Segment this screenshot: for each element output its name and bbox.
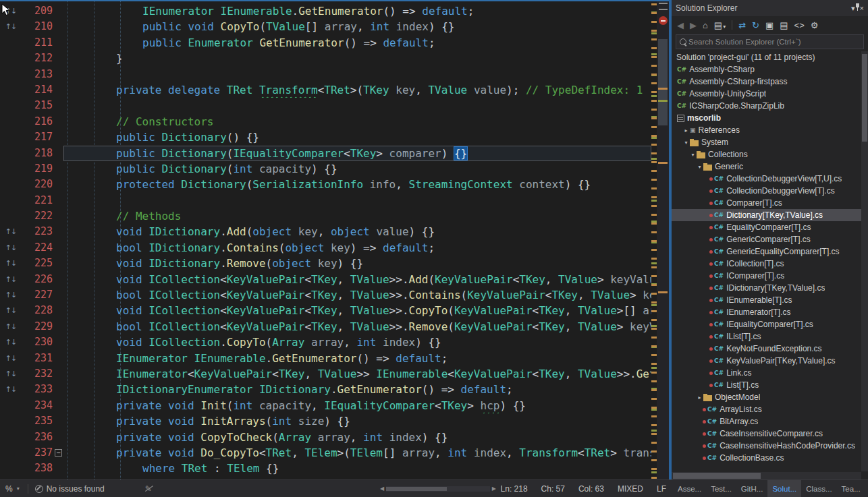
tree-item-iequalitycomparer-t-cs[interactable]: C#IEqualityComparer[T].cs <box>672 318 861 330</box>
tree-item-list-t-cs[interactable]: C#List[T].cs <box>672 379 861 391</box>
code-line[interactable]: ↑↓232IEnumerator<KeyValuePair<TKey, TVal… <box>0 366 669 382</box>
references-arrows-icon[interactable]: ↑↓ <box>0 3 22 19</box>
tree-item-assembly-csharp[interactable]: C#Assembly-CSharp <box>672 63 861 76</box>
code-editor[interactable]: ↑↓209IEnumerator IEnumerable.GetEnumerat… <box>0 0 669 479</box>
zoom-control[interactable]: % ▾ <box>0 484 25 494</box>
view-code-icon[interactable]: <> <box>794 21 805 30</box>
code-line[interactable]: 213 <box>0 67 669 82</box>
tree-item-generic[interactable]: ▾Generic <box>672 160 861 173</box>
code-text[interactable] <box>63 193 651 208</box>
tree-item-icsharpcode-sharpziplib[interactable]: C#ICSharpCode.SharpZipLib <box>672 100 861 112</box>
code-text[interactable]: IEnumerator IEnumerable.GetEnumerator() … <box>63 351 651 366</box>
code-text[interactable]: private static KeyValuePair<TKey, TValue… <box>63 477 651 479</box>
tree-item-arraylist-cs[interactable]: C#ArrayList.cs <box>672 403 861 415</box>
fold-collapse-box[interactable]: − <box>55 449 62 457</box>
tree-item-keyvaluepair-tkey-tvalue-cs[interactable]: C#KeyValuePair[TKey,TValue].cs <box>672 355 861 367</box>
code-line[interactable]: 219public Dictionary(int capacity) {} <box>0 161 669 177</box>
code-text[interactable]: where TRet : TElem {} <box>63 461 651 476</box>
code-line[interactable]: 218public Dictionary(IEqualityComparer<T… <box>0 146 669 161</box>
tree-item-caseinsensitivecomparer-cs[interactable]: C#CaseInsensitiveComparer.cs <box>672 428 861 440</box>
code-line[interactable]: 236private void CopyToCheck(Array array,… <box>0 430 669 445</box>
code-text[interactable]: public Dictionary(int capacity) {} <box>63 161 651 177</box>
code-line[interactable]: 221 <box>0 193 669 208</box>
references-arrows-icon[interactable]: ↑↓ <box>0 224 22 239</box>
tree-item-collections[interactable]: ▾Collections <box>672 148 861 160</box>
references-arrows-icon[interactable]: ↑↓ <box>0 351 22 366</box>
forward-icon[interactable]: ▶ <box>690 21 697 30</box>
tab-tea[interactable]: Tea... <box>837 480 865 497</box>
editor-horizontal-scrollbar[interactable]: ◀ ▶ <box>378 480 498 497</box>
code-text[interactable]: private void Init(int capacity, IEqualit… <box>63 398 651 413</box>
panel-title-bar[interactable]: Solution Explorer ▾× <box>672 0 868 16</box>
scrollbar-thumb[interactable] <box>673 473 761 479</box>
chevron-collapsed-icon[interactable]: ▸ <box>696 394 703 401</box>
chevron-expanded-icon[interactable]: ▾ <box>689 152 697 158</box>
scroll-track[interactable] <box>386 486 490 492</box>
code-text[interactable]: IEnumerator<KeyValuePair<TKey, TValue>> … <box>63 366 651 382</box>
tab-solut[interactable]: Solut... <box>767 480 801 497</box>
char-indicator[interactable]: Ch: 57 <box>541 484 565 494</box>
code-line[interactable]: ↑↓210public void CopyTo(TValue[] array, … <box>0 19 669 34</box>
chevron-expanded-icon[interactable]: ▾ <box>682 140 690 146</box>
tree-item-collectiondebuggerview-t-u-cs[interactable]: C#CollectionDebuggerView[T,U].cs <box>672 173 861 185</box>
tree-item-keynotfoundexception-cs[interactable]: C#KeyNotFoundException.cs <box>672 343 861 355</box>
code-text[interactable]: private void InitArrays(int size) {} <box>63 413 651 429</box>
code-text[interactable]: public Dictionary(IEqualityComparer<TKey… <box>63 146 651 161</box>
code-line[interactable]: 238where TRet : TElem {} <box>0 461 669 476</box>
references-arrows-icon[interactable]: ↑↓ <box>0 19 22 34</box>
show-all-files-icon[interactable]: ▤ <box>780 21 788 30</box>
scrollbar-thumb[interactable] <box>386 487 447 491</box>
code-line[interactable]: 239private static KeyValuePair<TKey, TVa… <box>0 477 669 479</box>
code-text[interactable]: public Enumerator GetEnumerator() => def… <box>63 35 651 51</box>
code-line[interactable]: ↑↓225void IDictionary.Remove(object key)… <box>0 256 669 271</box>
search-input[interactable]: Search Solution Explorer (Ctrl+`) <box>676 34 864 49</box>
code-line[interactable]: ↑↓231IEnumerator IEnumerable.GetEnumerat… <box>0 351 669 366</box>
code-text[interactable]: } <box>63 51 651 66</box>
tree-item-ilist-t-cs[interactable]: C#IList[T].cs <box>672 330 861 343</box>
tree-item-link-cs[interactable]: C#Link.cs <box>672 367 861 379</box>
code-line[interactable]: ↑↓226void ICollection<KeyValuePair<TKey,… <box>0 272 669 287</box>
tree-item-icomparer-t-cs[interactable]: C#IComparer[T].cs <box>672 270 861 282</box>
tree-item-ienumerator-t-cs[interactable]: C#IEnumerator[T].cs <box>672 306 861 318</box>
line-ending-indicator[interactable]: LF <box>657 484 666 494</box>
tree-item-references[interactable]: ▸▣References <box>672 124 861 136</box>
scrollbar-thumb[interactable] <box>658 39 668 125</box>
references-arrows-icon[interactable]: ↑↓ <box>0 303 22 318</box>
code-line[interactable]: 235private void InitArrays(int size) {} <box>0 413 669 429</box>
code-line[interactable]: ↑↓209IEnumerator IEnumerable.GetEnumerat… <box>0 3 669 19</box>
tree-item-system[interactable]: ▾System <box>672 136 861 148</box>
chevron-expanded-icon[interactable]: ▾ <box>696 164 703 170</box>
encoding-indicator[interactable]: MIXED <box>618 484 643 494</box>
code-line[interactable]: ↑↓223void IDictionary.Add(object key, ob… <box>0 224 669 239</box>
properties-icon[interactable]: ⚙ <box>811 21 819 30</box>
tree-item-idictionary-tkey-tvalue-cs[interactable]: C#IDictionary[TKey,TValue].cs <box>672 282 861 294</box>
code-text[interactable]: // Constructors <box>63 114 651 129</box>
code-line[interactable]: 220protected Dictionary(SerializationInf… <box>0 177 669 192</box>
back-icon[interactable]: ◀ <box>677 21 684 30</box>
references-arrows-icon[interactable]: ↑↓ <box>0 287 22 303</box>
code-text[interactable]: void ICollection<KeyValuePair<TKey, TVal… <box>63 272 651 287</box>
tab-asse[interactable]: Asse... <box>673 480 706 497</box>
new-folder-icon[interactable]: ▣ <box>765 21 774 30</box>
references-arrows-icon[interactable]: ↑↓ <box>0 319 22 334</box>
tree-item-bitarray-cs[interactable]: C#BitArray.cs <box>672 415 861 428</box>
code-text[interactable]: void ICollection<KeyValuePair<TKey, TVal… <box>63 303 651 318</box>
references-arrows-icon[interactable]: ↑↓ <box>0 382 22 397</box>
references-arrows-icon[interactable]: ↑↓ <box>0 240 22 256</box>
code-line[interactable]: 211public Enumerator GetEnumerator() => … <box>0 35 669 51</box>
code-text[interactable]: protected Dictionary(SerializationInfo i… <box>63 177 651 192</box>
tree-item-icollection-t-cs[interactable]: C#ICollection[T].cs <box>672 258 861 270</box>
line-indicator[interactable]: Ln: 218 <box>501 484 528 494</box>
references-arrows-icon[interactable]: ↑↓ <box>0 334 22 350</box>
scroll-left-icon[interactable]: ◀ <box>378 486 386 492</box>
tree-item-genericcomparer-t-cs[interactable]: C#GenericComparer[T].cs <box>672 233 861 245</box>
code-line[interactable]: 212} <box>0 51 669 66</box>
code-line[interactable]: ↑↓229bool ICollection<KeyValuePair<TKey,… <box>0 319 669 334</box>
chevron-collapsed-icon[interactable]: ▸ <box>682 127 690 134</box>
code-line[interactable]: 215 <box>0 98 669 113</box>
code-line[interactable]: 237−private void Do_CopyTo<TRet, TElem>(… <box>0 445 669 461</box>
tree-item-assembly-csharp-firstpass[interactable]: C#Assembly-CSharp-firstpass <box>672 76 861 88</box>
tab-test[interactable]: Test... <box>706 480 736 497</box>
code-text[interactable]: void IDictionary.Remove(object key) {} <box>63 256 651 271</box>
code-text[interactable] <box>63 98 651 113</box>
